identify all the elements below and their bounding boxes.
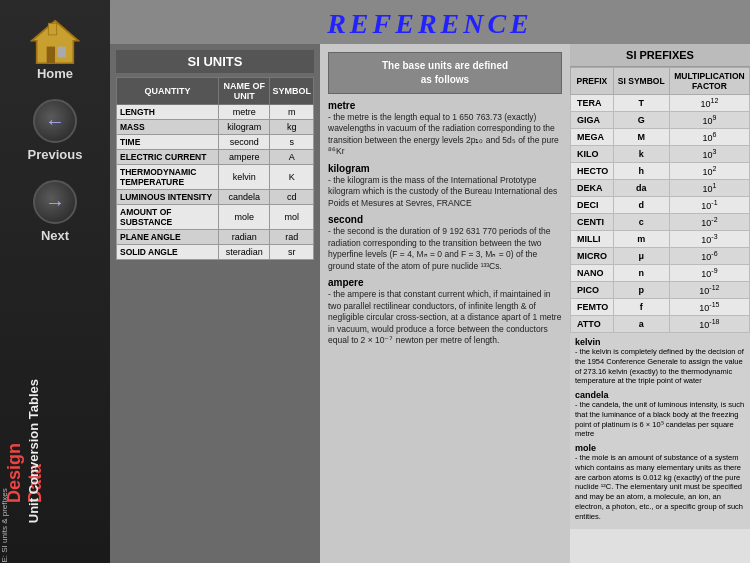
term-description: - the ampere is that constant current wh… bbox=[328, 289, 562, 346]
prefix-col-prefix: PREFIX bbox=[571, 68, 614, 95]
si-prefixes-table: PREFIX SI SYMBOL MULTIPLICATIONFACTOR TE… bbox=[570, 67, 750, 333]
prefix-col-factor: MULTIPLICATIONFACTOR bbox=[669, 68, 749, 95]
list-item: candela- the candela, the unit of lumino… bbox=[575, 390, 745, 439]
right-descriptions: kelvin- the kelvin is completely defined… bbox=[570, 333, 750, 529]
term-description: - the candela, the unit of luminous inte… bbox=[575, 400, 745, 439]
list-item: mole- the mole is an amount of substance… bbox=[575, 443, 745, 521]
si-units-title: SI UNITS bbox=[116, 50, 314, 73]
si-units-table: QUANTITY NAME OF UNIT SYMBOL LENGTHmetre… bbox=[116, 77, 314, 260]
table-row: MEGAM106 bbox=[571, 129, 750, 146]
table-row: SOLID ANGLEsteradiansr bbox=[117, 245, 314, 260]
term-label: metre bbox=[328, 100, 562, 111]
svg-rect-1 bbox=[47, 47, 55, 64]
term-description: - the kilogram is the mass of the Intern… bbox=[328, 175, 562, 209]
table-row: TERAT1012 bbox=[571, 95, 750, 112]
unit-conversion-subtitle: Unit Conversion Tables bbox=[26, 379, 41, 523]
next-circle: → bbox=[33, 180, 77, 224]
term-description: - the second is the duration of 9 192 63… bbox=[328, 226, 562, 272]
table-row: THERMODYNAMIC TEMPERATUREkelvinK bbox=[117, 165, 314, 190]
base-units-line1: The base units are defined bbox=[337, 59, 553, 73]
description-section: The base units are defined as follows me… bbox=[320, 44, 570, 563]
list-item: kelvin- the kelvin is completely defined… bbox=[575, 337, 745, 386]
list-item: kilogram- the kilogram is the mass of th… bbox=[328, 163, 562, 209]
base-units-box: The base units are defined as follows bbox=[328, 52, 562, 94]
table-row: TIMEseconds bbox=[117, 135, 314, 150]
main-content: REFERENCE SI UNITS QUANTITY NAME OF UNIT… bbox=[110, 0, 750, 563]
table-row: AMOUNT OF SUBSTANCEmolemol bbox=[117, 205, 314, 230]
term-label: candela bbox=[575, 390, 745, 400]
table-row: MICROμ10-6 bbox=[571, 248, 750, 265]
term-label: kilogram bbox=[328, 163, 562, 174]
list-item: ampere- the ampere is that constant curr… bbox=[328, 277, 562, 346]
reference-label: REFERENCE: SI units & prefixes bbox=[0, 505, 9, 564]
term-label: second bbox=[328, 214, 562, 225]
col-symbol: SYMBOL bbox=[270, 78, 314, 105]
list-item: metre- the metre is the length equal to … bbox=[328, 100, 562, 158]
term-label: ampere bbox=[328, 277, 562, 288]
col-quantity: QUANTITY bbox=[117, 78, 219, 105]
table-row: LENGTHmetrem bbox=[117, 105, 314, 120]
prev-circle: ← bbox=[33, 99, 77, 143]
previous-button[interactable]: ← Previous bbox=[28, 99, 83, 162]
prefix-col-symbol: SI SYMBOL bbox=[613, 68, 669, 95]
table-row: NANOn10-9 bbox=[571, 265, 750, 282]
home-button[interactable]: Home bbox=[30, 18, 80, 81]
table-row: ATTOa10-18 bbox=[571, 316, 750, 333]
table-row: HECTOh102 bbox=[571, 163, 750, 180]
home-label: Home bbox=[37, 66, 73, 81]
table-row: KILOk103 bbox=[571, 146, 750, 163]
sidebar: Home ← Previous → Next Design Data Unit … bbox=[0, 0, 110, 563]
svg-rect-3 bbox=[48, 23, 56, 35]
content-area: SI UNITS QUANTITY NAME OF UNIT SYMBOL LE… bbox=[110, 44, 750, 563]
col-name: NAME OF UNIT bbox=[219, 78, 270, 105]
si-prefixes-section: SI PREFIXES PREFIX SI SYMBOL MULTIPLICAT… bbox=[570, 44, 750, 563]
table-row: PLANE ANGLEradianrad bbox=[117, 230, 314, 245]
term-label: mole bbox=[575, 443, 745, 453]
term-description: - the kelvin is completely defined by th… bbox=[575, 347, 745, 386]
table-row: PICOp10-12 bbox=[571, 282, 750, 299]
term-description: - the metre is the length equal to 1 650… bbox=[328, 112, 562, 158]
table-row: MASSkilogramkg bbox=[117, 120, 314, 135]
next-button[interactable]: → Next bbox=[33, 180, 77, 243]
descriptions-list: metre- the metre is the length equal to … bbox=[328, 100, 562, 347]
base-units-line2: as follows bbox=[337, 73, 553, 87]
si-units-section: SI UNITS QUANTITY NAME OF UNIT SYMBOL LE… bbox=[110, 44, 320, 563]
table-row: DEKAda101 bbox=[571, 180, 750, 197]
table-row: FEMTOf10-15 bbox=[571, 299, 750, 316]
term-label: kelvin bbox=[575, 337, 745, 347]
table-row: MILLIm10-3 bbox=[571, 231, 750, 248]
table-row: LUMINOUS INTENSITYcandelacd bbox=[117, 190, 314, 205]
table-row: DECId10-1 bbox=[571, 197, 750, 214]
term-description: - the mole is an amount of substance of … bbox=[575, 453, 745, 521]
table-row: ELECTRIC CURRENTampereA bbox=[117, 150, 314, 165]
si-prefixes-title: SI PREFIXES bbox=[570, 44, 750, 67]
next-label: Next bbox=[41, 228, 69, 243]
page-header: REFERENCE bbox=[110, 0, 750, 44]
page-title: REFERENCE bbox=[110, 8, 750, 40]
svg-rect-2 bbox=[58, 47, 66, 58]
table-row: GIGAG109 bbox=[571, 112, 750, 129]
table-row: CENTIc10-2 bbox=[571, 214, 750, 231]
prev-label: Previous bbox=[28, 147, 83, 162]
list-item: second- the second is the duration of 9 … bbox=[328, 214, 562, 272]
